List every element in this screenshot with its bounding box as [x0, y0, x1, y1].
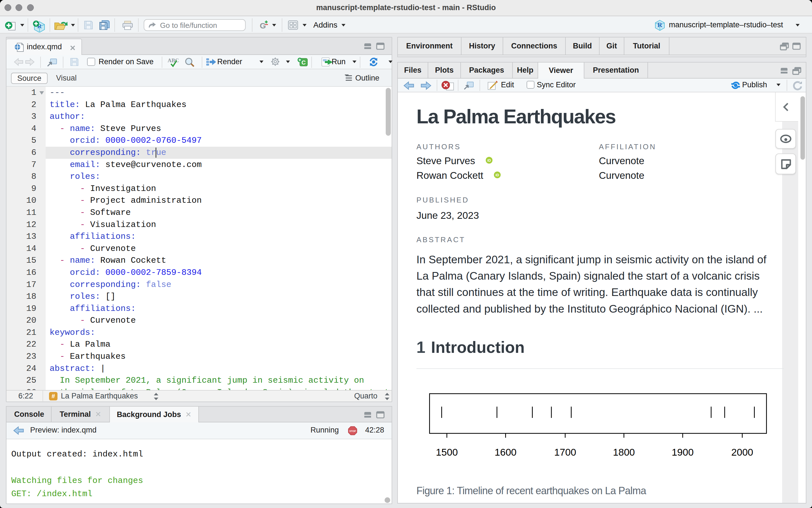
svg-text:iD: iD: [487, 158, 491, 163]
svg-text:C: C: [301, 59, 306, 66]
svg-text:1500: 1500: [436, 447, 458, 458]
svg-text:1600: 1600: [494, 447, 517, 458]
svg-text:STOP: STOP: [350, 430, 356, 432]
svg-text:1700: 1700: [554, 447, 576, 458]
svg-text:iD: iD: [496, 173, 499, 177]
svg-text:ABC: ABC: [168, 57, 179, 64]
svg-text:1900: 1900: [672, 447, 694, 458]
svg-text:G: G: [260, 22, 266, 30]
svg-text:2000: 2000: [731, 447, 753, 458]
svg-text:R: R: [657, 21, 662, 29]
svg-text:1800: 1800: [613, 447, 635, 458]
